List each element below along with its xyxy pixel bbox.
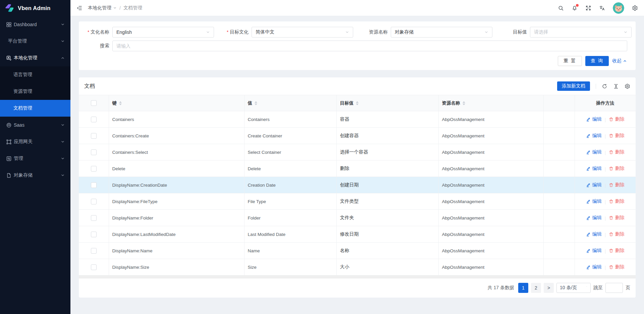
table-row: DisplayName:Name Name 名称 AbpOssManagemen…: [79, 243, 636, 259]
user-avatar[interactable]: [613, 2, 624, 14]
table-header-row: 键 值 目标值 资源名称 操作方法: [79, 95, 636, 111]
row-checkbox[interactable]: [91, 232, 97, 237]
row-checkbox[interactable]: [91, 133, 97, 139]
translate-icon[interactable]: [599, 5, 605, 11]
pagination-page-2[interactable]: 2: [531, 283, 541, 293]
cell-value: Folder: [244, 210, 336, 226]
edit-button[interactable]: 编辑: [586, 116, 602, 122]
column-header-resource-name: 资源名称: [442, 100, 460, 106]
edit-button[interactable]: 编辑: [586, 133, 602, 139]
culture-name-select[interactable]: English: [112, 27, 214, 38]
delete-button[interactable]: 删除: [609, 182, 625, 188]
cell-empty: [543, 161, 575, 177]
sidebar-item-saas[interactable]: Saas: [0, 117, 70, 133]
cell-target-value: 修改日期: [336, 226, 438, 243]
add-new-document-button[interactable]: 添加新文档: [557, 81, 590, 91]
horizontal-scrollbar[interactable]: [79, 275, 636, 278]
edit-button[interactable]: 编辑: [586, 166, 602, 172]
culture-name-label: 文化名称: [79, 29, 112, 35]
row-checkbox[interactable]: [91, 117, 97, 122]
manage-icon: [6, 156, 12, 162]
target-culture-select[interactable]: 简体中文: [252, 27, 353, 38]
sidebar-item-language-management[interactable]: 语言管理: [0, 66, 70, 83]
edit-button[interactable]: 编辑: [586, 248, 602, 254]
form-item-search: 搜索: [79, 41, 636, 51]
delete-button[interactable]: 删除: [609, 264, 625, 270]
pagination-next-button[interactable]: >: [544, 283, 554, 293]
sidebar-submenu-localization: 语言管理 资源管理 文档管理: [0, 66, 70, 117]
document-table-panel: 文档 添加新文档: [79, 77, 636, 298]
chevron-down-icon: [113, 6, 117, 10]
reset-button[interactable]: 重 置: [558, 56, 582, 66]
edit-button[interactable]: 编辑: [586, 264, 602, 270]
sidebar-item-platform[interactable]: 平台管理: [0, 33, 70, 50]
collapse-filter-link[interactable]: 收起: [612, 58, 627, 64]
sort-icon[interactable]: [463, 101, 465, 105]
row-checkbox[interactable]: [91, 248, 97, 254]
sidebar-item-label: 平台管理: [8, 38, 27, 44]
chevron-up-icon: [61, 56, 65, 60]
sidebar-item-localization[interactable]: 本地化管理: [0, 50, 70, 66]
jump-page-input[interactable]: [605, 283, 623, 293]
query-button[interactable]: 查 询: [585, 56, 609, 66]
notification-bell-icon[interactable]: [572, 5, 578, 11]
edit-button[interactable]: 编辑: [586, 231, 602, 237]
cell-resource-name: AbpOssManagement: [438, 177, 543, 193]
row-checkbox[interactable]: [91, 149, 97, 155]
edit-button[interactable]: 编辑: [586, 198, 602, 204]
edit-button[interactable]: 编辑: [586, 182, 602, 188]
breadcrumb-item-localization[interactable]: 本地化管理: [88, 5, 117, 11]
refresh-icon[interactable]: [602, 83, 607, 89]
dashboard-icon: [6, 22, 12, 27]
sidebar-item-document-management[interactable]: 文档管理: [0, 100, 70, 117]
sidebar-collapse-icon[interactable]: [76, 5, 83, 11]
pagination-total: 共 17 条数据: [488, 285, 514, 291]
delete-button[interactable]: 删除: [609, 231, 625, 237]
cell-value: Select Container: [244, 144, 336, 161]
pagination-page-1[interactable]: 1: [518, 283, 528, 293]
sidebar-item-dashboard[interactable]: Dashboard: [0, 16, 70, 33]
row-checkbox[interactable]: [91, 215, 97, 221]
search-icon[interactable]: [558, 5, 564, 11]
sidebar-item-gateway[interactable]: 应用网关: [0, 133, 70, 150]
delete-button[interactable]: 删除: [609, 198, 625, 204]
fullscreen-icon[interactable]: [585, 5, 591, 11]
sidebar-item-object-storage[interactable]: 对象存储: [0, 167, 70, 184]
select-all-checkbox[interactable]: [91, 100, 97, 106]
cell-empty: [543, 243, 575, 259]
sidebar-item-resource-management[interactable]: 资源管理: [0, 83, 70, 100]
sort-icon[interactable]: [356, 101, 359, 105]
chevron-down-icon: [61, 39, 65, 43]
target-value-select[interactable]: 请选择: [530, 27, 632, 38]
delete-button[interactable]: 删除: [609, 215, 625, 221]
sort-icon[interactable]: [119, 101, 122, 105]
sidebar-item-management[interactable]: 管理: [0, 150, 70, 167]
cell-resource-name: AbpOssManagement: [438, 259, 543, 275]
filter-actions: 重 置 查 询 收起: [79, 56, 636, 66]
row-checkbox[interactable]: [91, 264, 97, 270]
edit-button[interactable]: 编辑: [586, 215, 602, 221]
delete-button[interactable]: 删除: [609, 248, 625, 254]
cell-value: Size: [244, 259, 336, 275]
cell-key: DisplayName:LastModifiedDate: [109, 226, 244, 243]
sort-icon[interactable]: [255, 101, 257, 105]
delete-button[interactable]: 删除: [609, 116, 625, 122]
row-checkbox[interactable]: [91, 182, 97, 188]
sidebar-item-label: 应用网关: [14, 139, 33, 145]
search-input[interactable]: [112, 41, 627, 51]
table-settings-gear-icon[interactable]: [625, 83, 630, 89]
delete-button[interactable]: 删除: [609, 166, 625, 172]
cell-value: Name: [244, 243, 336, 259]
divider: [605, 200, 605, 204]
delete-button[interactable]: 删除: [609, 133, 625, 139]
page-size-select[interactable]: 10 条/页: [556, 283, 591, 293]
resource-name-select[interactable]: 对象存储: [391, 27, 492, 38]
delete-button[interactable]: 删除: [609, 149, 625, 155]
gear-icon[interactable]: [632, 5, 638, 11]
row-checkbox[interactable]: [91, 166, 97, 172]
row-height-icon[interactable]: [613, 83, 619, 89]
app-logo[interactable]: Vben Admin: [0, 0, 70, 16]
cell-key: Containers:Select: [109, 144, 244, 161]
row-checkbox[interactable]: [91, 199, 97, 204]
edit-button[interactable]: 编辑: [586, 149, 602, 155]
